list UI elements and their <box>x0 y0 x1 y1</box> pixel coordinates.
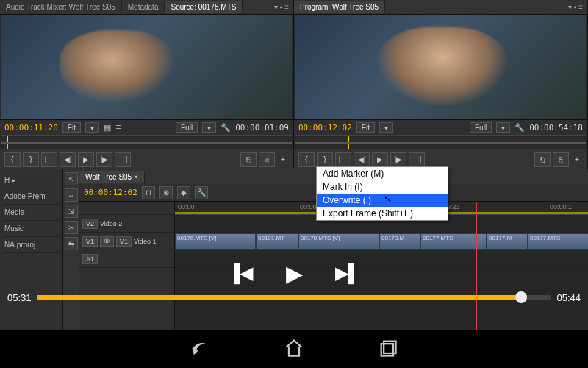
prog-goto-in-button[interactable]: |← <box>335 152 351 167</box>
source-ruler[interactable] <box>1 135 292 149</box>
program-preview[interactable] <box>295 15 586 119</box>
track-select-tool[interactable]: ↔ <box>65 188 78 202</box>
clip[interactable]: 00176.MTS [V] <box>175 233 256 250</box>
program-quality-caret[interactable]: ▾ <box>496 122 510 133</box>
back-icon[interactable] <box>190 338 210 360</box>
video-overlay-controls: ▐◀ ▶ ▶▌ <box>0 258 588 289</box>
selection-tool[interactable]: ↖ <box>65 172 78 185</box>
clip[interactable]: 00177.M <box>487 233 528 250</box>
program-monitor: Program: Wolf Tree S05 ▾ ▪ ≡ 00:00:12:02… <box>294 0 588 169</box>
prog-mark-out-button[interactable]: } <box>317 152 333 167</box>
premiere-app: Audio Track Mixer: Wolf Tree S05 Metadat… <box>0 0 588 368</box>
total-time: 05:44 <box>556 292 581 303</box>
program-out-timecode: 00:00:54:18 <box>529 123 583 132</box>
source-quality-dropdown[interactable]: Full <box>176 122 198 133</box>
monitors-row: Audio Track Mixer: Wolf Tree S05 Metadat… <box>0 0 588 169</box>
menu-mark-in[interactable]: Mark In (I) <box>317 180 448 194</box>
mark-in-button[interactable]: { <box>4 152 21 167</box>
eye-icon[interactable]: 👁 <box>100 236 114 247</box>
menu-export-frame[interactable]: Export Frame (Shift+E) <box>317 207 448 220</box>
project-item[interactable]: Adobe Prem <box>3 188 60 205</box>
project-expand[interactable]: H ▸ <box>3 172 60 188</box>
seek-thumb[interactable] <box>515 291 527 303</box>
source-in-timecode: 00:00:11:20 <box>4 123 58 132</box>
project-item[interactable]: Media <box>3 205 60 221</box>
prog-mark-in-button[interactable]: { <box>298 152 315 167</box>
project-item[interactable]: NA.prproj <box>3 237 60 253</box>
goto-out-button[interactable]: →| <box>115 152 131 167</box>
source-fit-dropdown[interactable]: Fit <box>62 122 81 133</box>
clip[interactable]: 00178.MTS [V] <box>298 233 379 250</box>
step-back-button[interactable]: ◀| <box>60 152 76 167</box>
marker-toggle[interactable]: ◆ <box>177 186 190 199</box>
settings-icon[interactable]: 🔧 <box>195 186 208 199</box>
extract-button[interactable]: ⎘ <box>553 152 569 167</box>
android-navbar <box>0 330 588 368</box>
snap-toggle[interactable]: ⊓ <box>142 186 155 199</box>
slip-tool[interactable]: ⇋ <box>65 237 78 250</box>
program-fit-caret[interactable]: ▾ <box>379 122 393 133</box>
ripple-tool[interactable]: ⇲ <box>65 205 78 218</box>
source-transport: { } |← ◀| ▶ |▶ →| ⎘ ⎚ + <box>0 149 293 169</box>
seek-track[interactable] <box>37 295 551 300</box>
track-header-v1[interactable]: V1 👁 V1 Video 1 <box>79 233 174 250</box>
tab-audio-mixer[interactable]: Audio Track Mixer: Wolf Tree S05 <box>0 1 122 13</box>
mark-out-button[interactable]: } <box>23 152 39 167</box>
menu-overwrite[interactable]: Overwrite (.) <box>317 194 448 207</box>
goto-in-button[interactable]: |← <box>41 152 57 167</box>
overwrite-button[interactable]: ⎚ <box>259 152 275 167</box>
menu-add-marker[interactable]: Add Marker (M) <box>317 167 448 180</box>
track-v1[interactable]: 00176.MTS [V] 00181.MT 00178.MTS [V] 001… <box>175 233 588 250</box>
sequence-tab[interactable]: Wolf Tree S05 × <box>79 171 145 183</box>
clip[interactable]: 00178.M <box>379 233 420 250</box>
lift-button[interactable]: ⎗ <box>534 152 551 167</box>
clip[interactable]: 00181.MT <box>256 233 298 250</box>
spacer <box>79 202 174 215</box>
prog-step-back-button[interactable]: ◀| <box>354 152 370 167</box>
insert-button[interactable]: ⎘ <box>240 152 257 167</box>
prog-goto-out-button[interactable]: →| <box>409 152 425 167</box>
program-fit-dropdown[interactable]: Fit <box>356 122 375 133</box>
context-menu: Add Marker (M) Mark In (I) Overwrite (.)… <box>316 166 448 221</box>
cursor-icon: ↖ <box>384 193 392 205</box>
program-ruler[interactable] <box>295 135 586 149</box>
seekbar: 05:31 05:44 <box>0 290 588 305</box>
program-tabs: Program: Wolf Tree S05 ▾ ▪ ≡ <box>294 0 587 15</box>
program-panel-menu[interactable]: ▾ ▪ ≡ <box>564 3 587 11</box>
current-time: 05:31 <box>7 292 32 303</box>
play-button[interactable]: ▶ <box>78 152 94 167</box>
source-controls: 00:00:11:20 Fit ▾ ▦ ≣ Full ▾ 🔧 00:00:01:… <box>0 119 293 135</box>
source-list-icon[interactable]: ≣ <box>115 123 122 132</box>
program-add-button[interactable]: + <box>571 155 583 163</box>
clip[interactable]: 00177.MTS <box>528 233 588 250</box>
program-in-timecode: 00:00:12:02 <box>298 123 352 132</box>
source-quality-caret[interactable]: ▾ <box>202 122 216 133</box>
source-add-button[interactable]: + <box>277 155 289 163</box>
source-monitor: Audio Track Mixer: Wolf Tree S05 Metadat… <box>0 0 294 169</box>
source-panel-menu[interactable]: ▾ ▪ ≡ <box>270 3 293 11</box>
sequence-timecode: 00:00:12:02 <box>84 188 137 197</box>
source-fit-caret[interactable]: ▾ <box>85 122 99 133</box>
tab-source[interactable]: Source: 00178.MTS <box>165 1 243 13</box>
source-preview[interactable] <box>1 15 292 119</box>
razor-tool[interactable]: ✂ <box>65 221 78 234</box>
source-grid-icon[interactable]: ▦ <box>104 123 111 132</box>
home-icon[interactable] <box>284 338 304 360</box>
overlay-next-button[interactable]: ▶▌ <box>335 263 361 283</box>
track-header-v2[interactable]: V2 Video 2 <box>79 215 174 233</box>
prog-play-button[interactable]: ▶ <box>372 152 388 167</box>
tab-metadata[interactable]: Metadata <box>122 1 165 13</box>
program-wrench-icon[interactable]: 🔧 <box>514 123 525 132</box>
prog-step-forward-button[interactable]: |▶ <box>390 152 406 167</box>
overlay-play-button[interactable]: ▶ <box>286 261 303 286</box>
source-wrench-icon[interactable]: 🔧 <box>220 123 231 132</box>
step-forward-button[interactable]: |▶ <box>96 152 112 167</box>
program-controls: 00:00:12:02 Fit ▾ Full ▾ 🔧 00:00:54:18 <box>294 119 587 135</box>
tab-program[interactable]: Program: Wolf Tree S05 <box>294 1 385 13</box>
program-quality-dropdown[interactable]: Full <box>470 122 492 133</box>
recents-icon[interactable] <box>378 338 398 360</box>
linked-selection-toggle[interactable]: ⊗ <box>159 186 173 199</box>
overlay-prev-button[interactable]: ▐◀ <box>227 263 253 283</box>
project-item[interactable]: Music <box>3 221 60 237</box>
seek-fill <box>37 295 515 300</box>
